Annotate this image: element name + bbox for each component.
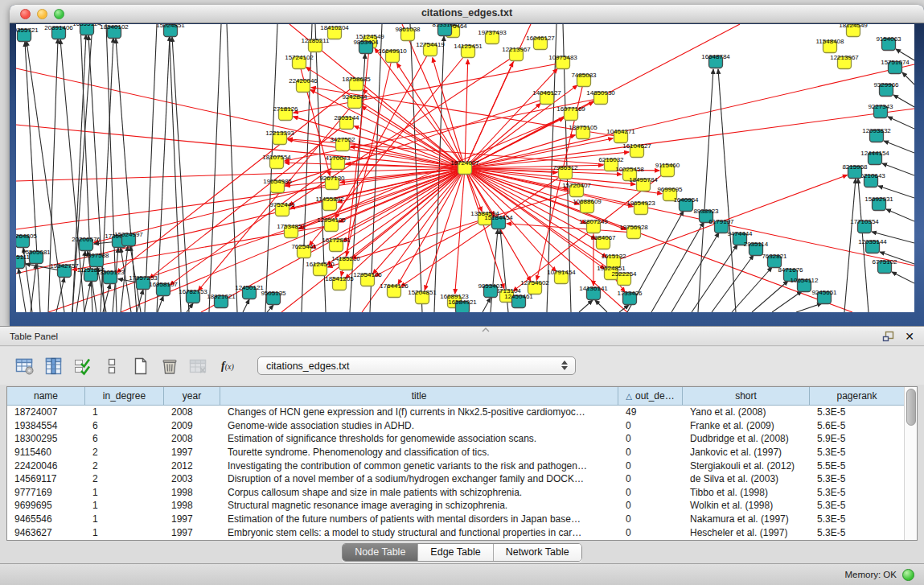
column-header-pagerank[interactable]: pagerank: [810, 387, 905, 405]
network-node[interactable]: 9245651: [811, 289, 837, 304]
cell-in_degree[interactable]: 2: [85, 473, 164, 484]
network-node[interactable]: 17710354: [850, 218, 879, 233]
tab-node-table[interactable]: Node Table: [343, 544, 417, 561]
cell-in_degree[interactable]: 1: [85, 527, 164, 538]
network-node[interactable]: 12093832: [862, 127, 891, 142]
cell-name[interactable]: 14569117: [7, 473, 85, 484]
cell-year[interactable]: 1997: [164, 447, 220, 458]
cell-pagerank[interactable]: 5.3E-5: [810, 406, 905, 418]
network-node[interactable]: 19654923: [626, 200, 655, 215]
network-node[interactable]: 18540102: [100, 24, 129, 39]
cell-year[interactable]: 1997: [164, 513, 220, 525]
cell-year[interactable]: 2008: [164, 406, 220, 418]
network-node[interactable]: 12754002: [520, 279, 549, 295]
table-row[interactable]: 1938455462009Genome-wide association stu…: [7, 419, 905, 433]
cell-short[interactable]: Jankovic et al. (1997): [683, 447, 810, 458]
delete-column-button[interactable]: [158, 354, 182, 378]
column-header-title[interactable]: title: [220, 387, 618, 405]
cell-title[interactable]: Corpus callosum shape and size in male p…: [220, 487, 618, 498]
network-node[interactable]: 1733426: [617, 290, 643, 305]
network-node[interactable]: 9227343: [868, 103, 893, 118]
table-row[interactable]: 977716911998Corpus callosum shape and si…: [7, 486, 905, 500]
scrollbar-thumb[interactable]: [906, 389, 916, 426]
cell-title[interactable]: Genome-wide association studies in ADHD.: [220, 420, 618, 431]
column-header-name[interactable]: name: [7, 387, 85, 405]
network-node[interactable]: 12185211: [302, 37, 331, 52]
network-node[interactable]: 16648784: [701, 53, 730, 68]
cell-short[interactable]: Nakamura et al. (1997): [683, 513, 810, 525]
network-node[interactable]: 10791454: [547, 269, 576, 284]
network-node[interactable]: 7625441: [291, 243, 317, 258]
network-node[interactable]: 16649910: [378, 47, 407, 63]
cell-in_degree[interactable]: 1: [85, 406, 164, 418]
network-node[interactable]: 11548408: [816, 38, 845, 53]
cell-title[interactable]: Estimation of significance thresholds fo…: [220, 433, 618, 444]
network-node[interactable]: 18758685: [342, 76, 371, 91]
network-node[interactable]: 14185210: [331, 255, 360, 270]
cell-out_degree[interactable]: 0: [618, 447, 683, 458]
network-node[interactable]: 16355124: [72, 24, 101, 35]
table-row[interactable]: 1830029562008Estimation of significance …: [7, 432, 905, 446]
cell-out_degree[interactable]: 0: [618, 473, 683, 484]
cell-pagerank[interactable]: 5.3E-5: [810, 473, 905, 484]
cell-title[interactable]: Structural magnetic resonance image aver…: [220, 500, 618, 511]
cell-in_degree[interactable]: 2: [85, 460, 164, 472]
cell-pagerank[interactable]: 5.6E-5: [810, 420, 905, 431]
network-node[interactable]: 18541205: [325, 275, 354, 290]
panel-resize-handle[interactable]: [481, 328, 491, 334]
show-columns-button[interactable]: [42, 354, 66, 378]
cell-in_degree[interactable]: 1: [85, 513, 164, 525]
network-node[interactable]: 15724102: [285, 54, 314, 69]
table-row[interactable]: 911546021997Tourette syndrome. Phenomeno…: [7, 446, 905, 459]
cell-title[interactable]: Tourette syndrome. Phenomenology and cla…: [220, 447, 618, 458]
cell-year[interactable]: 2009: [164, 420, 220, 431]
network-node[interactable]: 9154063: [876, 35, 901, 51]
cell-out_degree[interactable]: 0: [618, 527, 683, 538]
cell-pagerank[interactable]: 5.3E-5: [810, 447, 905, 458]
network-node[interactable]: 12954105: [317, 216, 346, 232]
network-node[interactable]: 15024851: [156, 24, 185, 37]
cell-in_degree[interactable]: 2: [85, 447, 164, 458]
cell-pagerank[interactable]: 5.3E-5: [810, 500, 905, 511]
delete-table-button[interactable]: [187, 354, 211, 378]
cell-name[interactable]: 9115460: [7, 447, 85, 458]
tab-network-table[interactable]: Network Table: [493, 544, 581, 561]
cell-short[interactable]: Hescheler et al. (1997): [683, 527, 810, 538]
cell-year[interactable]: 2003: [164, 473, 220, 484]
cell-in_degree[interactable]: 6: [85, 433, 164, 444]
cell-short[interactable]: Franke et al. (2009): [683, 420, 810, 431]
row-height-button[interactable]: [100, 354, 124, 378]
table-row[interactable]: 969969511998Structural magnetic resonanc…: [7, 499, 905, 513]
column-header-year[interactable]: year: [164, 387, 220, 405]
float-panel-icon[interactable]: [882, 331, 894, 342]
cell-title[interactable]: Estimation of the future numbers of pati…: [220, 513, 618, 525]
network-node[interactable]: 12213393: [265, 130, 294, 145]
network-node[interactable]: 9861038: [395, 26, 421, 41]
network-node[interactable]: 20891406: [44, 24, 73, 39]
cell-short[interactable]: Dudbridge et al. (2008): [683, 433, 810, 444]
network-node[interactable]: 14136141: [579, 285, 608, 300]
cell-name[interactable]: 18300295: [7, 433, 85, 444]
cell-short[interactable]: Wolkin et al. (1998): [683, 500, 810, 511]
cell-out_degree[interactable]: 0: [618, 500, 683, 511]
cell-in_degree[interactable]: 1: [85, 487, 164, 498]
cell-name[interactable]: 9463627: [7, 527, 85, 538]
selection-mode-button[interactable]: [71, 354, 95, 378]
network-node[interactable]: 10975483: [548, 54, 577, 69]
new-column-button[interactable]: [129, 354, 153, 378]
network-node[interactable]: 18107554: [262, 154, 291, 169]
tab-edge-table[interactable]: Edge Table: [417, 544, 492, 561]
cell-pagerank[interactable]: 5.3E-5: [810, 487, 905, 498]
cell-pagerank[interactable]: 5.3E-5: [810, 513, 905, 525]
cell-out_degree[interactable]: 0: [618, 487, 683, 498]
network-node[interactable]: 18921021: [207, 293, 236, 308]
cell-year[interactable]: 2012: [164, 460, 220, 472]
network-node[interactable]: 12444154: [860, 150, 889, 165]
network-node[interactable]: 18975105: [569, 124, 598, 139]
network-node[interactable]: 16584921: [448, 299, 477, 312]
table-row[interactable]: 2242004622012Investigating the contribut…: [7, 459, 905, 472]
network-node[interactable]: 9505135: [261, 290, 286, 305]
cell-out_degree[interactable]: 0: [618, 513, 683, 525]
cell-year[interactable]: 2008: [164, 433, 220, 444]
cell-name[interactable]: 18724007: [7, 406, 85, 418]
